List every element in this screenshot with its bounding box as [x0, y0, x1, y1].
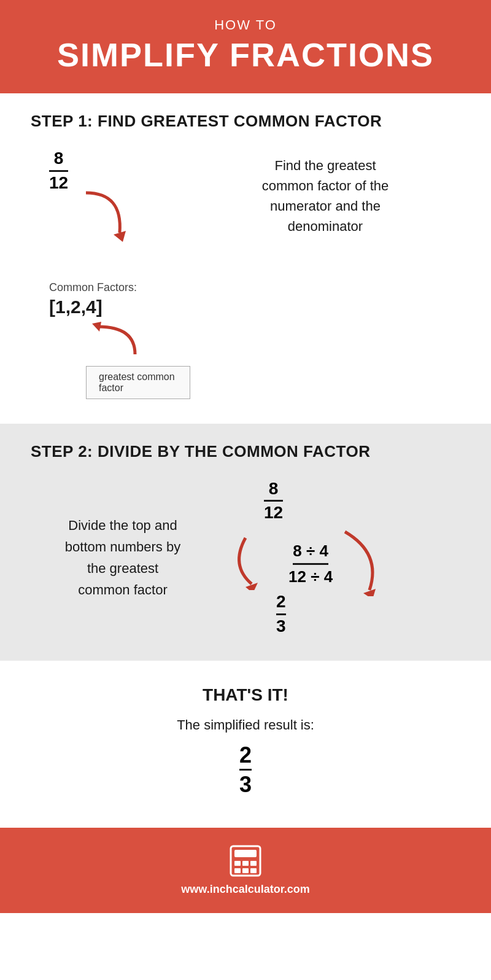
step1-right: Find the greatestcommon factor of thenum… — [190, 149, 460, 236]
svg-rect-5 — [234, 850, 257, 857]
header-subtitle: HOW TO — [12, 17, 479, 33]
step2-arrow-area: 8 ÷ 4 12 ÷ 4 — [227, 529, 460, 599]
step1-section: STEP 1: FIND GREATEST COMMON FACTOR 8 12… — [0, 93, 491, 424]
step2-original-fraction-wrap: 8 12 — [264, 480, 283, 523]
calculator-icon — [230, 845, 261, 877]
step2-orig-numerator: 8 — [264, 480, 283, 502]
step2-layout: Divide the top andbottom numbers bythe g… — [31, 480, 460, 636]
step2-description: Divide the top andbottom numbers bythe g… — [31, 515, 215, 601]
divided-numerator: 8 ÷ 4 — [293, 542, 328, 565]
step2-result-fraction: 2 3 — [276, 593, 286, 636]
conclusion-denominator: 3 — [239, 771, 252, 797]
fraction-divided: 8 ÷ 4 12 ÷ 4 — [288, 542, 333, 586]
step2-divided-fraction: 8 ÷ 4 12 ÷ 4 — [288, 542, 333, 586]
svg-marker-1 — [92, 322, 101, 332]
svg-rect-9 — [234, 868, 241, 873]
conclusion-section: THAT'S IT! The simplified result is: 2 3 — [0, 661, 491, 828]
step1-left: 8 12 Common Factors: [1,2,4] — [31, 149, 190, 399]
step2-result-denominator: 3 — [276, 615, 286, 636]
gcf-label-box: greatest common factor — [86, 366, 190, 399]
footer-icon-wrap — [12, 845, 479, 877]
svg-rect-8 — [250, 861, 257, 866]
step2-section: STEP 2: DIVIDE BY THE COMMON FACTOR Divi… — [0, 424, 491, 661]
step2-heading: STEP 2: DIVIDE BY THE COMMON FACTOR — [31, 442, 460, 461]
gcf-label-text: greatest common factor — [99, 371, 175, 393]
header-title: SIMPLIFY FRACTIONS — [12, 36, 479, 74]
header: HOW TO SIMPLIFY FRACTIONS — [0, 0, 491, 93]
step2-right: 8 12 8 ÷ 4 12 ÷ 4 — [227, 480, 460, 636]
step1-heading: STEP 1: FIND GREATEST COMMON FACTOR — [31, 112, 460, 131]
svg-rect-6 — [234, 861, 241, 866]
divided-denominator: 12 ÷ 4 — [288, 565, 333, 586]
step1-arrow-down — [80, 187, 129, 244]
step1-fraction: 8 12 — [49, 149, 68, 193]
footer: www.inchcalculator.com — [0, 828, 491, 913]
conclusion-fraction-wrap: 2 3 — [31, 743, 460, 797]
svg-rect-11 — [250, 868, 257, 873]
step2-arrow-left — [227, 535, 282, 593]
step1-description: Find the greatestcommon factor of thenum… — [262, 155, 389, 236]
step1-fraction-numerator: 8 — [49, 149, 68, 172]
common-factors-label: Common Factors: — [49, 281, 137, 294]
svg-rect-7 — [242, 861, 249, 866]
conclusion-numerator: 2 — [239, 743, 252, 771]
step2-result-fraction-wrap: 2 3 — [276, 593, 286, 636]
step2-original-fraction: 8 12 — [264, 480, 283, 523]
simplified-text: The simplified result is: — [31, 717, 460, 733]
step2-orig-denominator: 12 — [264, 502, 283, 523]
step1-fraction-denominator: 12 — [49, 172, 68, 193]
common-factors-value: [1,2,4] — [49, 297, 102, 317]
conclusion-heading: THAT'S IT! — [31, 685, 460, 705]
conclusion-fraction: 2 3 — [239, 743, 252, 797]
step1-arrow-up — [86, 321, 147, 360]
svg-rect-10 — [242, 868, 249, 873]
footer-url: www.inchcalculator.com — [12, 883, 479, 896]
step2-arrow-right — [339, 529, 388, 599]
step1-layout: 8 12 Common Factors: [1,2,4] — [31, 149, 460, 399]
